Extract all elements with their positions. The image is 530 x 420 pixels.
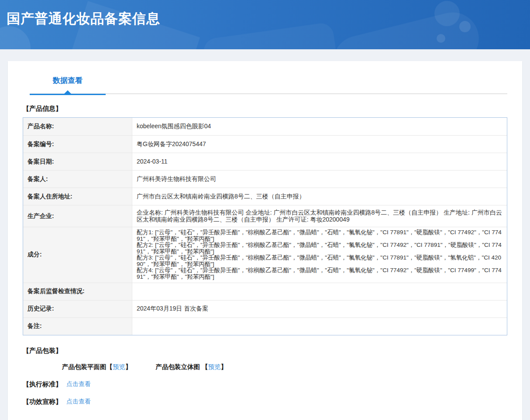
row-value: 粤G妆网备字2024075447 xyxy=(132,136,507,153)
claims-view-link[interactable]: 点击查看 xyxy=(66,398,91,406)
packaging-flat-label: 产品包装平面图 xyxy=(62,363,107,370)
section-title-claims: 【功效宣称】 xyxy=(23,398,62,406)
table-row-manufacturer: 生产企业: 企业名称: 广州科美诗生物科技有限公司 企业地址: 广州市白云区太和… xyxy=(23,205,507,227)
row-label: 备案人: xyxy=(23,171,132,188)
row-value: 配方1: ["云母"，"硅石"，"异壬酸异壬酯"，"棕榈酸乙基己酯"，"微晶蜡"… xyxy=(132,227,507,283)
section-title-packaging: 【产品包装】 xyxy=(23,347,507,355)
tab-active-underline xyxy=(30,94,106,95)
section-title-product-info: 【产品信息】 xyxy=(23,105,507,113)
product-info-table: 产品名称: kobeleen氛围感四色眼影04 备案编号: 粤G妆网备字2024… xyxy=(23,117,507,335)
page-title: 国产普通化妆品备案信息 xyxy=(0,0,530,28)
packaging-flat-preview-link[interactable]: 预览 xyxy=(113,363,125,370)
table-row-history: 历史记录: 2024年03月19日 首次备案 xyxy=(23,300,507,318)
header-decor-circle xyxy=(437,34,445,43)
standard-view-link[interactable]: 点击查看 xyxy=(66,380,91,388)
row-value xyxy=(132,318,507,335)
tab-data-view[interactable]: 数据查看 xyxy=(30,75,106,94)
page-header: 国产普通化妆品备案信息 xyxy=(0,0,530,49)
row-label: 成分: xyxy=(23,227,132,283)
tab-data-view-label: 数据查看 xyxy=(53,76,83,85)
row-value: 2024-03-11 xyxy=(132,153,507,170)
row-value: 广州市白云区太和镇南岭南业四横路8号二、三楼（自主申报） xyxy=(132,188,507,205)
standard-row: 【执行标准】 点击查看 xyxy=(23,380,507,389)
table-row-filing-date: 备案日期: 2024-03-11 xyxy=(23,153,507,170)
row-label: 备案后监督检查情况: xyxy=(23,283,132,300)
packaging-3d-item: 产品包装立体图 【预览】 xyxy=(156,363,227,371)
table-row-filer: 备案人: 广州科美诗生物科技有限公司 xyxy=(23,170,507,188)
header-decor-circle xyxy=(0,26,31,49)
bracket-close: 】 xyxy=(125,363,132,370)
row-value: 广州科美诗生物科技有限公司 xyxy=(132,171,507,188)
tab-active-arrow-icon xyxy=(64,90,71,94)
row-value: kobeleen氛围感四色眼影04 xyxy=(132,118,507,135)
bracket-open: 【 xyxy=(202,363,208,370)
row-value: 企业名称: 广州科美诗生物科技有限公司 企业地址: 广州市白云区太和镇南岭南业四… xyxy=(132,205,507,227)
packaging-flat-item: 产品包装平面图【预览】 xyxy=(62,363,132,371)
packaging-3d-preview-link[interactable]: 预览 xyxy=(208,363,221,370)
table-row-product-name: 产品名称: kobeleen氛围感四色眼影04 xyxy=(23,118,507,135)
row-label: 生产企业: xyxy=(23,205,132,227)
section-title-standard: 【执行标准】 xyxy=(23,380,62,389)
row-label: 备注: xyxy=(23,318,132,335)
row-label: 历史记录: xyxy=(23,300,132,318)
claims-row: 【功效宣称】 点击查看 xyxy=(23,398,507,406)
content-card: 数据查看 【产品信息】 产品名称: kobeleen氛围感四色眼影04 备案编号… xyxy=(8,61,522,420)
packaging-3d-label: 产品包装立体图 xyxy=(156,363,202,370)
bracket-open: 【 xyxy=(107,363,113,370)
table-row-ingredients: 成分: 配方1: ["云母"，"硅石"，"异壬酸异壬酯"，"棕榈酸乙基己酯"，"… xyxy=(23,227,507,283)
row-value xyxy=(132,283,507,300)
row-label: 产品名称: xyxy=(23,118,132,135)
row-label: 备案人住所地址: xyxy=(23,188,132,205)
row-value: 2024年03月19日 首次备案 xyxy=(132,300,507,318)
packaging-links-row: 产品包装平面图【预览】 产品包装立体图 【预览】 xyxy=(62,363,507,371)
bracket-close: 】 xyxy=(221,363,227,370)
row-label: 备案日期: xyxy=(23,153,132,170)
row-label: 备案编号: xyxy=(23,136,132,153)
tabs-bar: 数据查看 xyxy=(23,61,507,94)
table-row-filing-number: 备案编号: 粤G妆网备字2024075447 xyxy=(23,135,507,153)
table-row-supervision-check: 备案后监督检查情况: xyxy=(23,283,507,300)
table-row-remarks: 备注: xyxy=(23,318,507,335)
table-row-filer-address: 备案人住所地址: 广州市白云区太和镇南岭南业四横路8号二、三楼（自主申报） xyxy=(23,188,507,205)
